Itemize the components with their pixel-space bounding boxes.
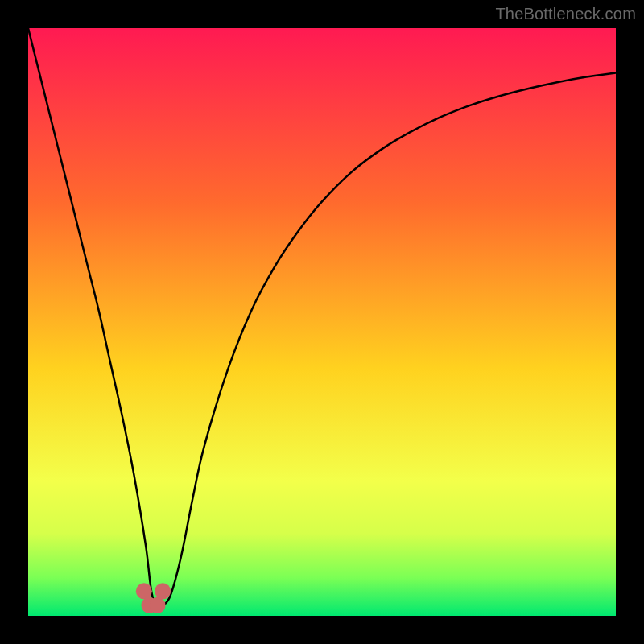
attribution-text: TheBottleneck.com [495, 5, 636, 23]
chart-svg [28, 28, 616, 616]
gradient-background [28, 28, 616, 616]
plot-area [28, 28, 616, 616]
valley-marker [136, 583, 152, 599]
valley-marker [155, 583, 171, 599]
valley-marker [150, 597, 166, 613]
chart-frame: TheBottleneck.com [0, 0, 644, 644]
